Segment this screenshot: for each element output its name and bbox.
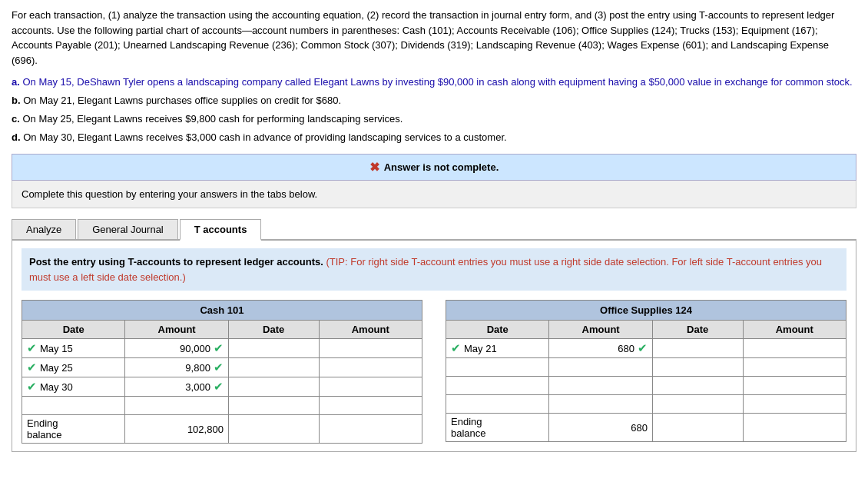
cash-ending-amount-right[interactable] [319, 415, 422, 444]
instruction-box: Post the entry using T-accounts to repre… [22, 248, 846, 291]
os-r3-date-right[interactable] [652, 377, 743, 395]
os-ending-amount-left: 680 [549, 414, 652, 442]
os-r4-date-left[interactable] [446, 395, 549, 414]
cash-r1-amount-left: 90,000 ✔ [125, 339, 228, 358]
answer-notice: ✖ Answer is not complete. [12, 154, 856, 181]
transaction-c-label: c. [12, 113, 20, 125]
transaction-b-text: On May 21, Elegant Lawns purchases offic… [23, 95, 341, 106]
office-supplies-table: Date Amount Date Amount ✔ May 21 [446, 320, 846, 442]
transaction-d-text: On May 30, Elegant Lawns receives $3,000… [23, 131, 506, 143]
os-col-date2: Date [652, 321, 743, 339]
cash-r1-amount-right[interactable] [319, 339, 422, 358]
transaction-b-label: b. [12, 95, 21, 106]
instruction-main: Post the entry using T-accounts to repre… [29, 256, 323, 268]
os-r1-date-left: ✔ May 21 [446, 339, 549, 358]
cash-r1-date-left: ✔ May 15 [22, 339, 125, 358]
os-r2-amount-left[interactable] [549, 358, 652, 377]
cash-r4-amount-left[interactable] [125, 397, 228, 415]
transaction-c-text: On May 25, Elegant Lawns receives $9,800… [22, 113, 403, 125]
cash-r2-date-left: ✔ May 25 [22, 358, 125, 377]
cash-col-amount1: Amount [125, 321, 228, 339]
cash-row-3: ✔ May 30 3,000 ✔ [22, 377, 422, 397]
os-r2-date-left[interactable] [446, 358, 549, 377]
cash-r2-amount-right[interactable] [319, 358, 422, 377]
cash-table: Date Amount Date Amount ✔ May 15 [22, 320, 422, 444]
cash-ending-amount-left: 102,800 [125, 415, 228, 444]
os-r1-date-right[interactable] [652, 339, 743, 358]
os-col-amount1: Amount [549, 321, 652, 339]
office-supplies-title: Office Supplies 124 [446, 300, 846, 320]
os-r4-amount-left[interactable] [549, 395, 652, 414]
x-icon: ✖ [369, 160, 379, 175]
transaction-c: c. On May 25, Elegant Lawns receives $9,… [12, 111, 856, 128]
os-row-3 [446, 377, 846, 395]
cash-r2-date-right[interactable] [228, 358, 319, 377]
cash-r1-check-amount: ✔ [214, 341, 224, 355]
cash-r3-amount-right[interactable] [319, 377, 422, 397]
cash-r2-check-amount: ✔ [214, 361, 224, 374]
os-ending-row: Endingbalance 680 [446, 414, 846, 442]
os-r1-amount-left: 680 ✔ [549, 339, 652, 358]
os-r2-amount-right[interactable] [743, 358, 846, 377]
os-r3-amount-right[interactable] [743, 377, 846, 395]
tab-panel-t-accounts: Post the entry using T-accounts to repre… [12, 241, 856, 452]
cash-col-date2: Date [228, 321, 319, 339]
cash-t-account: Cash 101 Date Amount Date Amount [22, 300, 422, 444]
tabs-bar: Analyze General Journal T accounts [12, 219, 856, 241]
cash-title: Cash 101 [22, 300, 422, 320]
cash-r3-date-right[interactable] [228, 377, 319, 397]
complete-notice-text: Complete this question by entering your … [22, 188, 317, 200]
transaction-d-label: d. [12, 131, 21, 143]
os-r1-check-amount: ✔ [638, 341, 648, 355]
os-r4-amount-right[interactable] [743, 395, 846, 414]
answer-notice-text: Answer is not complete. [384, 161, 499, 173]
tab-analyze[interactable]: Analyze [12, 219, 76, 239]
os-row-1: ✔ May 21 680 ✔ [446, 339, 846, 358]
cash-r3-amount-left: 3,000 ✔ [125, 377, 228, 397]
t-accounts-tables: Cash 101 Date Amount Date Amount [22, 300, 846, 444]
os-r2-date-right[interactable] [652, 358, 743, 377]
os-row-2 [446, 358, 846, 377]
transaction-a-text: On May 15, DeShawn Tyler opens a landsca… [22, 76, 852, 88]
cash-r2-check-date: ✔ [27, 361, 37, 374]
cash-r3-date-left: ✔ May 30 [22, 377, 125, 397]
os-col-date1: Date [446, 321, 549, 339]
transaction-a: a. On May 15, DeShawn Tyler opens a land… [12, 74, 856, 91]
intro-paragraph: For each transaction, (1) analyze the tr… [12, 8, 856, 68]
os-col-amount2: Amount [743, 321, 846, 339]
cash-r4-date-left[interactable] [22, 397, 125, 415]
transaction-d: d. On May 30, Elegant Lawns receives $3,… [12, 129, 856, 146]
cash-ending-row: Endingbalance 102,800 [22, 415, 422, 444]
cash-r4-date-right[interactable] [228, 397, 319, 415]
cash-col-amount2: Amount [319, 321, 422, 339]
cash-ending-label: Endingbalance [22, 415, 125, 444]
transaction-a-label: a. [12, 76, 20, 88]
os-r1-check-date: ✔ [451, 341, 461, 355]
cash-r2-amount-left: 9,800 ✔ [125, 358, 228, 377]
transaction-b: b. On May 21, Elegant Lawns purchases of… [12, 92, 856, 109]
os-ending-date-right[interactable] [652, 414, 743, 442]
cash-r1-date-right[interactable] [228, 339, 319, 358]
office-supplies-t-account: Office Supplies 124 Date Amount Date Amo… [446, 300, 846, 442]
os-r1-amount-right[interactable] [743, 339, 846, 358]
tab-general-journal[interactable]: General Journal [78, 219, 178, 239]
os-ending-label: Endingbalance [446, 414, 549, 442]
cash-col-date1: Date [22, 321, 125, 339]
cash-row-2: ✔ May 25 9,800 ✔ [22, 358, 422, 377]
os-r3-date-left[interactable] [446, 377, 549, 395]
os-r4-date-right[interactable] [652, 395, 743, 414]
os-r3-amount-left[interactable] [549, 377, 652, 395]
cash-r3-check-date: ✔ [27, 380, 37, 394]
os-ending-amount-right[interactable] [743, 414, 846, 442]
transactions-list: a. On May 15, DeShawn Tyler opens a land… [12, 74, 856, 146]
os-row-4 [446, 395, 846, 414]
tab-t-accounts[interactable]: T accounts [180, 219, 262, 241]
cash-r3-check-amount: ✔ [214, 380, 224, 394]
cash-r1-check-date: ✔ [27, 341, 37, 355]
complete-notice: Complete this question by entering your … [12, 181, 856, 208]
cash-ending-date-right[interactable] [228, 415, 319, 444]
cash-row-1: ✔ May 15 90,000 ✔ [22, 339, 422, 358]
cash-r4-amount-right[interactable] [319, 397, 422, 415]
cash-row-4 [22, 397, 422, 415]
